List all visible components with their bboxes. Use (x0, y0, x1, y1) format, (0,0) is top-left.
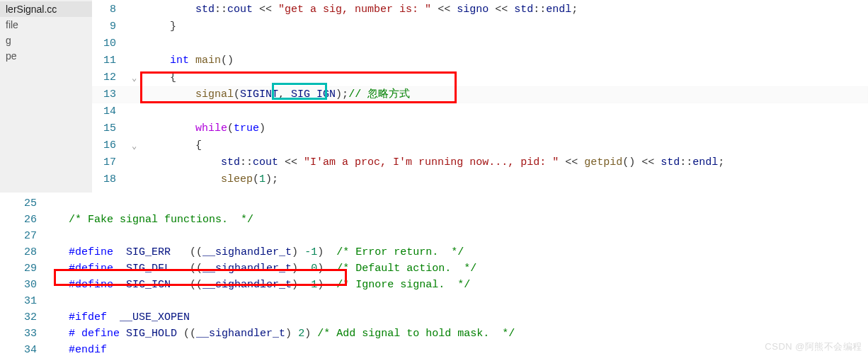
code-line[interactable] (144, 35, 868, 52)
code-row[interactable]: 18 sleep(1); (92, 171, 868, 188)
code-token: sleep (221, 173, 253, 185)
line-number: 14 (92, 103, 132, 120)
code-token: (( (171, 263, 202, 275)
code-row[interactable]: 27 (0, 228, 868, 244)
code-row[interactable]: 26 /* Fake signal functions. */ (0, 212, 868, 228)
code-line[interactable]: std::cout << "I'am a proc, I'm running n… (144, 154, 868, 171)
code-row[interactable]: 8 std::cout << "get a sig, number is: " … (92, 1, 868, 18)
code-row[interactable]: 29 #define SIG_DFL ((__sighandler_t) 0) … (0, 260, 868, 277)
code-line[interactable] (50, 228, 868, 244)
code-token: ( (253, 173, 259, 185)
code-token: ) (259, 122, 265, 134)
code-token: ) (292, 246, 304, 258)
code-token: SIG_HOLD (126, 328, 177, 340)
code-row[interactable]: 34 #endif (0, 342, 868, 356)
code-token: ; (571, 4, 578, 16)
code-row[interactable]: 14 (92, 103, 868, 120)
code-token: /* Ignore signal. */ (336, 279, 470, 291)
line-number: 27 (0, 228, 50, 244)
code-token: #define (69, 263, 113, 275)
line-number: 30 (0, 277, 50, 293)
sidebar-item-0[interactable]: lerSignal.cc (0, 1, 92, 17)
code-token: } (170, 21, 176, 33)
code-token: , (278, 88, 291, 101)
code-editor-upper[interactable]: 8 std::cout << "get a sig, number is: " … (92, 0, 868, 193)
code-row[interactable]: 17 std::cout << "I'am a proc, I'm runnin… (92, 154, 868, 171)
code-token: () (221, 54, 234, 67)
line-number: 34 (0, 342, 50, 356)
line-number: 13 (92, 86, 132, 103)
code-line[interactable]: { (144, 69, 868, 86)
code-row[interactable]: 32 #ifdef __USE_XOPEN (0, 309, 868, 326)
code-token: SIG_IGN (126, 279, 171, 291)
code-line[interactable]: } (144, 18, 868, 35)
code-row[interactable]: 25 (0, 195, 868, 212)
code-line[interactable]: signal(SIGINT, SIG_IGN);// 忽略方式 (144, 86, 868, 103)
code-row[interactable]: 10 (92, 35, 868, 52)
code-row[interactable]: 16⌄ { (92, 137, 868, 154)
code-line[interactable]: { (144, 137, 868, 154)
code-token: { (195, 139, 202, 151)
code-row[interactable]: 12⌄ { (92, 69, 868, 86)
code-row[interactable]: 33 # define SIG_HOLD ((__sighandler_t) 2… (0, 326, 868, 342)
code-token: ) (317, 246, 336, 258)
code-row[interactable]: 15 while(true) (92, 120, 868, 137)
line-number: 16 (92, 137, 132, 154)
code-token: "I'am a proc, I'm running now..., pid: " (304, 156, 559, 168)
code-token: ( (234, 88, 240, 101)
code-token: :: (533, 4, 546, 16)
code-token: << (635, 156, 661, 168)
code-line[interactable]: #define SIG_ERR ((__sighandler_t) -1) /*… (50, 244, 868, 260)
code-token: __sighandler_t (196, 328, 285, 340)
code-row[interactable]: 31 (0, 293, 868, 309)
code-line[interactable]: #endif (50, 342, 868, 356)
code-token: (( (171, 246, 202, 258)
code-row[interactable]: 9 } (92, 18, 868, 35)
code-line[interactable] (144, 103, 868, 120)
chevron-down-icon[interactable]: ⌄ (132, 74, 137, 84)
sidebar-item-1[interactable]: file (0, 17, 92, 33)
code-token: ; (342, 88, 348, 101)
code-row[interactable]: 11 int main() (92, 52, 868, 69)
code-token: (( (177, 328, 196, 340)
code-token: 1 (259, 173, 265, 185)
line-number: 32 (0, 309, 50, 326)
code-line[interactable]: sleep(1); (144, 171, 868, 188)
code-line[interactable]: #ifdef __USE_XOPEN (50, 309, 868, 326)
code-token: signo (457, 4, 489, 16)
code-token: () (622, 156, 635, 168)
watermark-text: CSDN @阿熊不会编程 (765, 340, 862, 353)
chevron-down-icon[interactable]: ⌄ (132, 142, 137, 151)
code-line[interactable]: std::cout << "get a sig, number is: " <<… (144, 1, 868, 18)
code-row[interactable]: 13 signal(SIGINT, SIG_IGN);// 忽略方式 (92, 86, 868, 103)
line-number: 28 (0, 244, 50, 260)
code-line[interactable]: int main() (144, 52, 868, 69)
sidebar-item-3[interactable]: pe (0, 48, 92, 64)
sidebar-item-2[interactable]: g (0, 33, 92, 48)
code-token: while (195, 122, 227, 134)
code-token: SIG_IGN (291, 88, 336, 101)
line-number: 33 (0, 326, 50, 342)
fold-gutter[interactable]: ⌄ (132, 69, 144, 86)
code-editor-lower[interactable]: 25 26 /* Fake signal functions. */27 28 … (0, 193, 868, 356)
code-token: __sighandler_t (202, 263, 292, 275)
line-number: 11 (92, 52, 132, 69)
code-token: __USE_XOPEN (120, 311, 190, 323)
code-token: __sighandler_t (202, 279, 292, 291)
fold-gutter[interactable]: ⌄ (132, 137, 144, 154)
code-line[interactable] (50, 195, 868, 212)
code-token: signal (195, 88, 234, 101)
code-line[interactable]: #define SIG_DFL ((__sighandler_t) 0) /* … (50, 260, 868, 277)
code-row[interactable]: 28 #define SIG_ERR ((__sighandler_t) -1)… (0, 244, 868, 260)
line-number: 25 (0, 195, 50, 212)
line-number: 18 (92, 171, 132, 188)
line-number: 10 (92, 35, 132, 52)
code-token: 1 (311, 279, 317, 291)
code-line[interactable]: #define SIG_IGN ((__sighandler_t) 1) /* … (50, 277, 868, 293)
code-line[interactable] (50, 293, 868, 309)
code-line[interactable]: /* Fake signal functions. */ (50, 212, 868, 228)
code-line[interactable]: # define SIG_HOLD ((__sighandler_t) 2) /… (50, 326, 868, 342)
code-row[interactable]: 30 #define SIG_IGN ((__sighandler_t) 1) … (0, 277, 868, 293)
code-line[interactable]: while(true) (144, 120, 868, 137)
code-token: endl (692, 156, 718, 168)
